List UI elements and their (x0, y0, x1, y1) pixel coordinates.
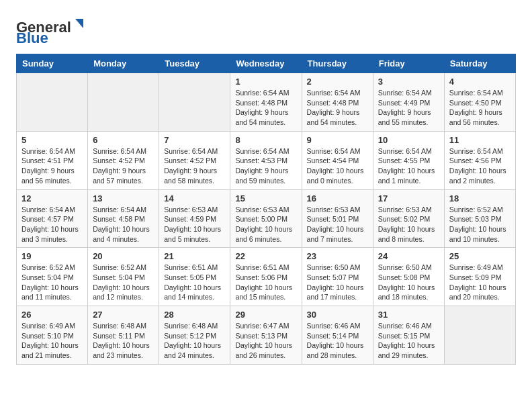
calendar-cell: 31Sunrise: 6:46 AM Sunset: 5:15 PM Dayli… (373, 306, 444, 365)
calendar-cell: 9Sunrise: 6:54 AM Sunset: 4:54 PM Daylig… (302, 131, 373, 189)
day-info: Sunrise: 6:54 AM Sunset: 4:58 PM Dayligh… (93, 205, 154, 244)
calendar-cell: 21Sunrise: 6:51 AM Sunset: 5:05 PM Dayli… (159, 248, 230, 306)
day-number: 13 (93, 193, 154, 203)
day-info: Sunrise: 6:46 AM Sunset: 5:14 PM Dayligh… (307, 321, 368, 361)
day-number: 11 (449, 135, 511, 145)
day-number: 25 (449, 251, 511, 261)
week-row-3: 12Sunrise: 6:54 AM Sunset: 4:57 PM Dayli… (17, 189, 516, 248)
day-number: 8 (235, 135, 296, 145)
day-number: 24 (378, 251, 439, 261)
logo: General Blue (16, 13, 90, 43)
day-info: Sunrise: 6:54 AM Sunset: 4:48 PM Dayligh… (235, 88, 296, 128)
calendar-cell: 8Sunrise: 6:54 AM Sunset: 4:53 PM Daylig… (230, 131, 302, 189)
day-number: 31 (378, 310, 439, 320)
day-info: Sunrise: 6:53 AM Sunset: 5:01 PM Dayligh… (307, 205, 368, 244)
day-number: 23 (307, 251, 368, 261)
weekday-wednesday: Wednesday (230, 54, 302, 73)
calendar-cell: 1Sunrise: 6:54 AM Sunset: 4:48 PM Daylig… (230, 73, 302, 132)
day-number: 19 (21, 251, 83, 261)
weekday-thursday: Thursday (302, 54, 373, 73)
day-number: 20 (93, 251, 154, 261)
day-info: Sunrise: 6:54 AM Sunset: 4:54 PM Dayligh… (307, 146, 368, 186)
day-number: 26 (21, 310, 83, 320)
day-info: Sunrise: 6:47 AM Sunset: 5:13 PM Dayligh… (235, 321, 296, 361)
calendar-cell: 16Sunrise: 6:53 AM Sunset: 5:01 PM Dayli… (302, 189, 373, 248)
day-info: Sunrise: 6:54 AM Sunset: 4:51 PM Dayligh… (21, 146, 83, 186)
day-number: 5 (21, 135, 83, 145)
day-info: Sunrise: 6:54 AM Sunset: 4:49 PM Dayligh… (378, 88, 439, 128)
day-info: Sunrise: 6:53 AM Sunset: 4:59 PM Dayligh… (164, 205, 225, 244)
day-number: 16 (307, 193, 368, 203)
week-row-4: 19Sunrise: 6:52 AM Sunset: 5:04 PM Dayli… (17, 248, 516, 306)
day-number: 4 (449, 77, 511, 87)
calendar-table: SundayMondayTuesdayWednesdayThursdayFrid… (16, 54, 516, 365)
calendar-cell: 18Sunrise: 6:52 AM Sunset: 5:03 PM Dayli… (444, 189, 515, 248)
day-info: Sunrise: 6:48 AM Sunset: 5:12 PM Dayligh… (164, 321, 225, 361)
calendar-cell: 6Sunrise: 6:54 AM Sunset: 4:52 PM Daylig… (88, 131, 159, 189)
calendar-cell: 10Sunrise: 6:54 AM Sunset: 4:55 PM Dayli… (373, 131, 444, 189)
day-info: Sunrise: 6:54 AM Sunset: 4:53 PM Dayligh… (235, 146, 296, 186)
day-number: 14 (164, 193, 225, 203)
calendar-cell: 23Sunrise: 6:50 AM Sunset: 5:07 PM Dayli… (302, 248, 373, 306)
day-info: Sunrise: 6:53 AM Sunset: 5:00 PM Dayligh… (235, 205, 296, 244)
weekday-header-row: SundayMondayTuesdayWednesdayThursdayFrid… (17, 54, 516, 73)
day-info: Sunrise: 6:50 AM Sunset: 5:08 PM Dayligh… (378, 263, 439, 302)
day-info: Sunrise: 6:54 AM Sunset: 4:52 PM Dayligh… (93, 146, 154, 186)
day-number: 15 (235, 193, 296, 203)
week-row-5: 26Sunrise: 6:49 AM Sunset: 5:10 PM Dayli… (17, 306, 516, 365)
calendar-cell: 14Sunrise: 6:53 AM Sunset: 4:59 PM Dayli… (159, 189, 230, 248)
week-row-1: 1Sunrise: 6:54 AM Sunset: 4:48 PM Daylig… (17, 73, 516, 132)
calendar-cell: 28Sunrise: 6:48 AM Sunset: 5:12 PM Dayli… (159, 306, 230, 365)
calendar-cell: 11Sunrise: 6:54 AM Sunset: 4:56 PM Dayli… (444, 131, 515, 189)
calendar-cell: 3Sunrise: 6:54 AM Sunset: 4:49 PM Daylig… (373, 73, 444, 132)
day-number: 9 (307, 135, 368, 145)
calendar-cell: 12Sunrise: 6:54 AM Sunset: 4:57 PM Dayli… (17, 189, 88, 248)
weekday-tuesday: Tuesday (159, 54, 230, 73)
day-number: 28 (164, 310, 225, 320)
calendar-cell: 17Sunrise: 6:53 AM Sunset: 5:02 PM Dayli… (373, 189, 444, 248)
day-info: Sunrise: 6:50 AM Sunset: 5:07 PM Dayligh… (307, 263, 368, 302)
weekday-friday: Friday (373, 54, 444, 73)
calendar-cell: 19Sunrise: 6:52 AM Sunset: 5:04 PM Dayli… (17, 248, 88, 306)
calendar-cell (444, 306, 515, 365)
day-info: Sunrise: 6:52 AM Sunset: 5:03 PM Dayligh… (449, 205, 511, 244)
calendar-cell: 25Sunrise: 6:49 AM Sunset: 5:09 PM Dayli… (444, 248, 515, 306)
header: General Blue (16, 13, 516, 43)
day-number: 17 (378, 193, 439, 203)
calendar-cell: 30Sunrise: 6:46 AM Sunset: 5:14 PM Dayli… (302, 306, 373, 365)
day-number: 22 (235, 251, 296, 261)
calendar-cell: 7Sunrise: 6:54 AM Sunset: 4:52 PM Daylig… (159, 131, 230, 189)
day-info: Sunrise: 6:54 AM Sunset: 4:50 PM Dayligh… (449, 88, 511, 128)
day-info: Sunrise: 6:48 AM Sunset: 5:11 PM Dayligh… (93, 321, 154, 361)
weekday-saturday: Saturday (444, 54, 515, 73)
weekday-sunday: Sunday (17, 54, 88, 73)
day-number: 1 (235, 77, 296, 87)
calendar-cell: 4Sunrise: 6:54 AM Sunset: 4:50 PM Daylig… (444, 73, 515, 132)
week-row-2: 5Sunrise: 6:54 AM Sunset: 4:51 PM Daylig… (17, 131, 516, 189)
day-number: 18 (449, 193, 511, 203)
day-info: Sunrise: 6:52 AM Sunset: 5:04 PM Dayligh… (21, 263, 83, 302)
calendar-cell: 5Sunrise: 6:54 AM Sunset: 4:51 PM Daylig… (17, 131, 88, 189)
day-info: Sunrise: 6:54 AM Sunset: 4:48 PM Dayligh… (307, 88, 368, 128)
day-number: 2 (307, 77, 368, 87)
calendar-cell: 22Sunrise: 6:51 AM Sunset: 5:06 PM Dayli… (230, 248, 302, 306)
day-info: Sunrise: 6:54 AM Sunset: 4:55 PM Dayligh… (378, 146, 439, 186)
day-number: 10 (378, 135, 439, 145)
day-number: 21 (164, 251, 225, 261)
day-info: Sunrise: 6:51 AM Sunset: 5:06 PM Dayligh… (235, 263, 296, 302)
day-info: Sunrise: 6:54 AM Sunset: 4:52 PM Dayligh… (164, 146, 225, 186)
day-number: 12 (21, 193, 83, 203)
day-info: Sunrise: 6:46 AM Sunset: 5:15 PM Dayligh… (378, 321, 439, 361)
weekday-monday: Monday (88, 54, 159, 73)
calendar-cell: 15Sunrise: 6:53 AM Sunset: 5:00 PM Dayli… (230, 189, 302, 248)
calendar-cell: 2Sunrise: 6:54 AM Sunset: 4:48 PM Daylig… (302, 73, 373, 132)
calendar-cell: 13Sunrise: 6:54 AM Sunset: 4:58 PM Dayli… (88, 189, 159, 248)
day-info: Sunrise: 6:54 AM Sunset: 4:57 PM Dayligh… (21, 205, 83, 244)
logo-icon: General Blue (16, 13, 90, 43)
day-info: Sunrise: 6:49 AM Sunset: 5:10 PM Dayligh… (21, 321, 83, 361)
calendar-cell (17, 73, 88, 132)
svg-text:Blue: Blue (16, 30, 48, 43)
calendar-cell: 24Sunrise: 6:50 AM Sunset: 5:08 PM Dayli… (373, 248, 444, 306)
day-number: 29 (235, 310, 296, 320)
svg-marker-1 (75, 19, 83, 28)
